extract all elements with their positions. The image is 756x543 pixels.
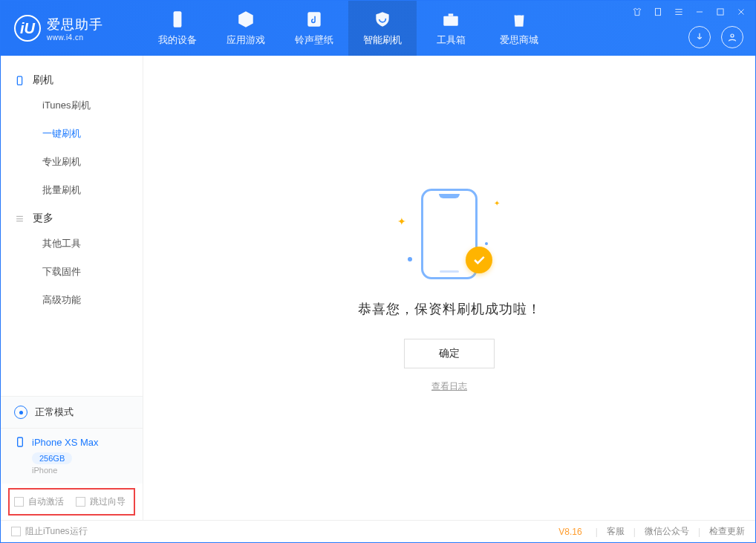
device-mode-row[interactable]: 正常模式 [1,397,143,429]
nav-my-device[interactable]: 我的设备 [143,1,212,56]
checkbox-skip-guide[interactable]: 跳过向导 [76,495,126,508]
wechat-link[interactable]: 微信公众号 [645,525,689,538]
view-log-link[interactable]: 查看日志 [431,380,467,393]
version-label: V8.16 [558,527,581,537]
menu-icon[interactable] [672,5,685,19]
sidebar-group-label: 刷机 [33,74,53,87]
window-controls [630,5,748,19]
logo-text: 爱思助手 www.i4.cn [47,16,103,42]
briefcase-icon [441,10,460,29]
storage-badge: 256GB [32,452,72,464]
status-bar: 阻止iTunes运行 V8.16 | 客服 | 微信公众号 | 检查更新 [1,520,755,542]
footer-right: V8.16 | 客服 | 微信公众号 | 检查更新 [558,525,745,538]
sidebar-item-oneclick-flash[interactable]: 一键刷机 [1,120,143,148]
maximize-icon[interactable] [714,5,727,19]
device-mode-label: 正常模式 [35,406,74,419]
svg-rect-4 [656,8,661,15]
close-icon[interactable] [734,5,748,19]
checkbox-label: 阻止iTunes运行 [25,525,88,538]
checkbox-label: 自动激活 [28,495,64,508]
tshirt-icon[interactable] [630,5,644,19]
separator: | [633,527,636,537]
sidebar-item-other-tools[interactable]: 其他工具 [1,230,143,258]
phone-icon [168,10,187,29]
account-button[interactable] [721,26,743,48]
dot-icon [408,257,412,261]
download-button[interactable] [688,26,711,48]
nav-label: 智能刷机 [363,33,402,47]
device-panel: 正常模式 iPhone XS Max 256GB iPhone [1,396,143,484]
header-action-buttons [688,26,743,48]
svg-rect-0 [174,11,182,27]
sidebar-item-advanced[interactable]: 高级功能 [1,286,143,314]
checkbox-label: 跳过向导 [90,495,126,508]
nav-store[interactable]: 爱思商城 [485,1,553,56]
cube-icon [236,10,255,29]
ok-button[interactable]: 确定 [404,339,495,368]
nav-label: 工具箱 [437,33,466,47]
main-content: ✦ ✦ 恭喜您，保资料刷机成功啦！ 确定 查看日志 [143,56,755,520]
logo-icon: iU [14,15,41,42]
dot-icon [485,242,488,245]
nav-label: 爱思商城 [500,33,538,47]
sparkle-icon: ✦ [494,199,500,207]
app-header: iU 爱思助手 www.i4.cn 我的设备 应用游戏 铃声壁纸 智能刷机 工具… [1,1,755,56]
sparkle-icon: ✦ [397,215,406,227]
check-badge-icon [466,247,492,273]
checkbox-icon [14,497,24,507]
sidebar-item-batch-flash[interactable]: 批量刷机 [1,176,143,204]
device-name: iPhone XS Max [32,437,99,448]
success-illustration: ✦ ✦ [397,183,501,287]
phone-small-icon [14,436,26,448]
nav-apps-games[interactable]: 应用游戏 [212,1,280,56]
device-type: iPhone [32,466,129,475]
top-nav: 我的设备 应用游戏 铃声壁纸 智能刷机 工具箱 爱思商城 [143,1,553,56]
nav-label: 铃声壁纸 [295,33,333,47]
support-link[interactable]: 客服 [607,525,625,538]
app-subtitle: www.i4.cn [47,33,103,42]
nav-ringtones-wallpapers[interactable]: 铃声壁纸 [280,1,348,56]
list-icon [14,213,25,224]
sidebar-item-itunes-flash[interactable]: iTunes刷机 [1,91,143,120]
check-update-link[interactable]: 检查更新 [709,525,745,538]
sidebar-group-label: 更多 [33,212,53,225]
svg-point-6 [731,34,734,37]
svg-rect-7 [17,76,22,84]
checkbox-icon [11,527,21,536]
separator: | [596,527,598,537]
checkbox-block-itunes[interactable]: 阻止iTunes运行 [11,525,88,538]
minimize-icon[interactable] [693,5,706,19]
app-body: 刷机 iTunes刷机 一键刷机 专业刷机 批量刷机 更多 其他工具 下载固件 … [1,56,755,520]
music-note-icon [304,10,324,29]
svg-rect-5 [717,9,723,15]
svg-rect-2 [443,16,458,26]
app-logo: iU 爱思助手 www.i4.cn [1,15,143,42]
svg-rect-8 [18,438,23,446]
success-message: 恭喜您，保资料刷机成功啦！ [358,300,541,318]
checkbox-icon [76,497,85,507]
nav-label: 应用游戏 [227,33,265,47]
file-icon[interactable] [651,5,665,19]
app-title: 爱思助手 [47,16,103,33]
svg-rect-1 [307,12,320,27]
flash-options-highlighted: 自动激活 跳过向导 [8,488,135,516]
device-info[interactable]: iPhone XS Max 256GB iPhone [1,429,143,484]
checkbox-auto-activate[interactable]: 自动激活 [14,495,64,508]
nav-toolbox[interactable]: 工具箱 [417,1,485,56]
normal-mode-icon [14,406,27,419]
separator: | [698,527,700,537]
refresh-shield-icon [373,10,392,29]
nav-smart-flash[interactable]: 智能刷机 [348,1,417,56]
sidebar-item-download-firmware[interactable]: 下载固件 [1,258,143,286]
svg-rect-3 [449,13,454,16]
sidebar: 刷机 iTunes刷机 一键刷机 专业刷机 批量刷机 更多 其他工具 下载固件 … [1,56,143,520]
nav-label: 我的设备 [158,33,197,47]
shopping-bag-icon [509,10,529,29]
device-small-icon [14,75,25,86]
sidebar-group-flash: 刷机 [1,66,143,91]
sidebar-group-more: 更多 [1,204,143,230]
sidebar-item-pro-flash[interactable]: 专业刷机 [1,148,143,176]
